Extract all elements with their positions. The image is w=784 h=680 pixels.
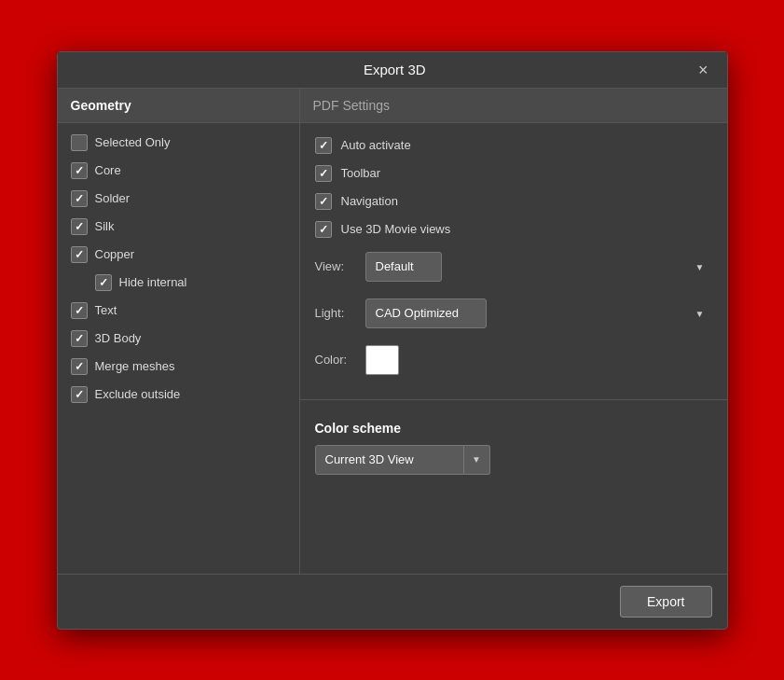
list-item: Selected Only (67, 131, 290, 155)
pdf-settings-header: PDF Settings (300, 89, 727, 123)
toolbar-checkbox[interactable] (315, 165, 332, 182)
color-swatch[interactable] (365, 345, 399, 375)
geometry-checkbox-list: Selected Only Core Solder (58, 123, 299, 414)
solder-checkbox[interactable] (71, 190, 88, 207)
text-label: Text (95, 303, 117, 317)
selected-only-label: Selected Only (95, 135, 171, 149)
dialog-titlebar: Export 3D × (58, 52, 727, 89)
silk-checkbox[interactable] (71, 218, 88, 235)
merge-meshes-checkbox[interactable] (71, 358, 88, 375)
text-checkbox[interactable] (71, 302, 88, 319)
list-item: Navigation (315, 190, 712, 213)
view-label: View: (315, 259, 356, 273)
color-scheme-header: Color scheme (315, 415, 712, 445)
list-item: Copper (67, 243, 290, 267)
dialog-footer: Export (58, 574, 727, 629)
list-item: Exclude outside (67, 382, 290, 407)
list-item: Silk (67, 215, 290, 239)
core-checkbox[interactable] (71, 162, 88, 179)
merge-meshes-label: Merge meshes (95, 359, 175, 373)
list-item: Use 3D Movie views (315, 218, 712, 241)
right-panel: PDF Settings Auto activate Toolbar (300, 89, 727, 574)
list-item: Merge meshes (67, 354, 290, 379)
list-item: Toolbar (315, 162, 712, 185)
list-item: Solder (67, 187, 290, 211)
auto-activate-checkbox[interactable] (315, 137, 332, 154)
toolbar-label: Toolbar (341, 166, 381, 180)
list-item: Core (67, 159, 290, 183)
use-3d-movie-checkbox[interactable] (315, 221, 332, 238)
left-panel: Geometry Selected Only Core (58, 89, 300, 574)
color-label: Color: (315, 353, 356, 367)
hide-internal-label: Hide internal (119, 275, 187, 289)
light-label: Light: (315, 306, 356, 320)
close-button[interactable]: × (695, 62, 712, 78)
pdf-options: Auto activate Toolbar Navigation (300, 123, 727, 392)
selected-only-checkbox[interactable] (71, 134, 88, 151)
dialog-body: Geometry Selected Only Core (58, 89, 727, 574)
silk-label: Silk (95, 219, 115, 233)
copper-label: Copper (95, 247, 135, 261)
exclude-outside-label: Exclude outside (95, 387, 181, 401)
navigation-checkbox[interactable] (315, 193, 332, 210)
view-select[interactable]: Default Top Bottom Front Back Left Right (365, 252, 442, 282)
light-select-wrapper: CAD Optimized Artwork CAD Headlamp Blue … (365, 298, 712, 328)
export-3d-dialog: Export 3D × Geometry Selected Only Core (57, 51, 728, 630)
list-item: Text (67, 298, 290, 323)
color-scheme-section: Color scheme Current 3D View KiCad SMASH… (300, 408, 727, 490)
auto-activate-label: Auto activate (341, 138, 411, 152)
3dbody-checkbox[interactable] (71, 330, 88, 347)
color-scheme-select[interactable]: Current 3D View KiCad SMASH (315, 445, 464, 475)
scheme-arrow-button[interactable]: ▼ (464, 445, 490, 475)
color-row: Color: (315, 340, 712, 381)
view-select-wrapper: Default Top Bottom Front Back Left Right (365, 252, 712, 282)
view-row: View: Default Top Bottom Front Back Left… (315, 246, 712, 287)
3dbody-label: 3D Body (95, 331, 142, 345)
export-button[interactable]: Export (620, 586, 711, 618)
dialog-title: Export 3D (95, 62, 695, 77)
use-3d-movie-label: Use 3D Movie views (341, 222, 451, 236)
list-item: Auto activate (315, 134, 712, 157)
core-label: Core (95, 163, 121, 177)
copper-checkbox[interactable] (71, 246, 88, 263)
hide-internal-checkbox[interactable] (95, 274, 112, 291)
exclude-outside-checkbox[interactable] (71, 386, 88, 403)
list-item: 3D Body (67, 326, 290, 351)
divider (300, 399, 727, 400)
light-row: Light: CAD Optimized Artwork CAD Headlam… (315, 293, 712, 334)
solder-label: Solder (95, 191, 131, 205)
color-scheme-row: Current 3D View KiCad SMASH ▼ (315, 445, 712, 475)
navigation-label: Navigation (341, 194, 398, 208)
geometry-header: Geometry (58, 89, 299, 123)
light-select[interactable]: CAD Optimized Artwork CAD Headlamp Blue … (365, 298, 487, 328)
list-item: Hide internal (67, 271, 290, 295)
